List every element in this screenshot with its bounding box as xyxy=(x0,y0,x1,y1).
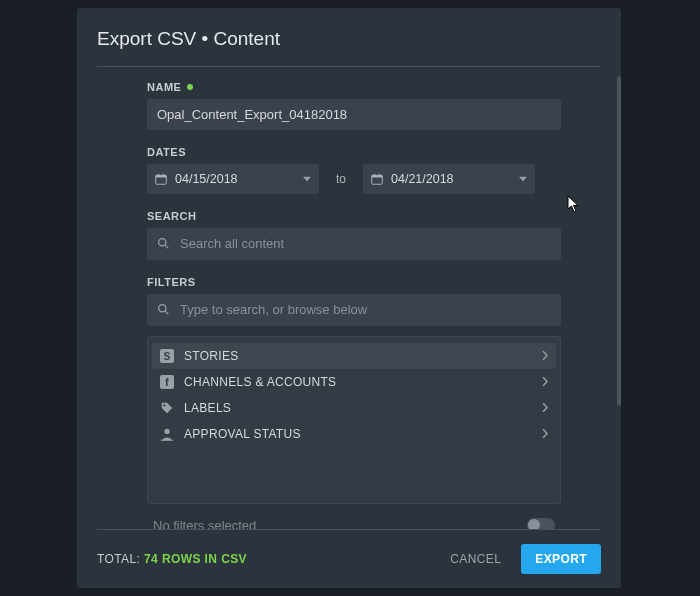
modal-title: Export CSV • Content xyxy=(77,8,621,60)
approval-icon xyxy=(160,427,174,441)
dates-label: DATES xyxy=(147,146,561,158)
total-label: TOTAL: xyxy=(97,552,140,566)
date-from-value: 04/15/2018 xyxy=(175,172,238,186)
caret-down-icon xyxy=(303,176,311,181)
date-to-value: 04/21/2018 xyxy=(391,172,454,186)
date-from-picker[interactable]: 04/15/2018 xyxy=(147,164,319,194)
search-section: SEARCH xyxy=(147,210,561,260)
svg-rect-6 xyxy=(374,174,375,176)
svg-point-17 xyxy=(164,429,169,434)
total-rows: TOTAL: 74 ROWS IN CSV xyxy=(97,552,247,566)
svg-line-9 xyxy=(165,246,168,249)
modal-body: NAME DATES 04/15/2018 to xyxy=(77,67,621,529)
calendar-icon xyxy=(371,173,383,185)
filters-section: FILTERS S STORIES xyxy=(147,276,561,529)
filter-row-label: LABELS xyxy=(184,401,231,415)
caret-down-icon xyxy=(519,176,527,181)
filter-row-label: STORIES xyxy=(184,349,239,363)
filters-toggle[interactable] xyxy=(527,518,555,529)
filter-row-stories[interactable]: S STORIES xyxy=(152,343,556,369)
svg-text:S: S xyxy=(164,350,171,361)
total-count: 74 ROWS IN CSV xyxy=(144,552,247,566)
name-label-text: NAME xyxy=(147,81,181,93)
tag-icon xyxy=(160,401,174,415)
svg-line-11 xyxy=(165,312,168,315)
dates-section: DATES 04/15/2018 to 04/21/2018 xyxy=(147,146,561,194)
filters-label: FILTERS xyxy=(147,276,561,288)
svg-point-16 xyxy=(163,404,165,406)
stories-icon: S xyxy=(160,349,174,363)
export-csv-modal: Export CSV • Content NAME DATES 04/15/20… xyxy=(77,8,621,588)
filter-row-label: CHANNELS & ACCOUNTS xyxy=(184,375,336,389)
name-label: NAME xyxy=(147,81,561,93)
svg-text:f: f xyxy=(165,376,169,388)
filter-row-labels[interactable]: LABELS xyxy=(148,395,560,421)
required-dot-icon xyxy=(187,84,193,90)
filter-row-channels[interactable]: f CHANNELS & ACCOUNTS xyxy=(148,369,560,395)
no-filters-text: No filters selected xyxy=(153,518,256,529)
search-icon xyxy=(157,237,170,250)
svg-rect-18 xyxy=(161,440,173,441)
chevron-right-icon xyxy=(542,403,548,412)
filter-row-approval[interactable]: APPROVAL STATUS xyxy=(148,421,560,447)
toggle-knob xyxy=(528,519,540,529)
filters-search-input[interactable] xyxy=(180,302,551,317)
search-icon xyxy=(157,303,170,316)
export-button[interactable]: EXPORT xyxy=(521,544,601,574)
svg-rect-2 xyxy=(158,174,159,176)
search-input[interactable] xyxy=(180,236,551,251)
no-filters-row: No filters selected xyxy=(147,504,561,529)
svg-rect-5 xyxy=(372,175,383,177)
search-label: SEARCH xyxy=(147,210,561,222)
chevron-right-icon xyxy=(542,377,548,386)
filter-row-label: APPROVAL STATUS xyxy=(184,427,301,441)
chevron-right-icon xyxy=(542,351,548,360)
modal-footer: TOTAL: 74 ROWS IN CSV CANCEL EXPORT xyxy=(77,530,621,588)
svg-rect-1 xyxy=(156,175,167,177)
date-to-picker[interactable]: 04/21/2018 xyxy=(363,164,535,194)
svg-point-10 xyxy=(159,305,166,312)
search-input-wrap[interactable] xyxy=(147,228,561,260)
svg-rect-7 xyxy=(379,174,380,176)
name-section: NAME xyxy=(147,81,561,130)
filter-panel: S STORIES f CHANNELS & ACCOUNTS xyxy=(147,336,561,504)
chevron-right-icon xyxy=(542,429,548,438)
dates-row: 04/15/2018 to 04/21/2018 xyxy=(147,164,561,194)
filters-search-wrap[interactable] xyxy=(147,294,561,326)
channels-icon: f xyxy=(160,375,174,389)
name-input[interactable] xyxy=(147,99,561,130)
dates-to-label: to xyxy=(329,172,353,186)
svg-point-8 xyxy=(159,239,166,246)
cancel-button[interactable]: CANCEL xyxy=(442,546,509,572)
svg-rect-3 xyxy=(163,174,164,176)
calendar-icon xyxy=(155,173,167,185)
